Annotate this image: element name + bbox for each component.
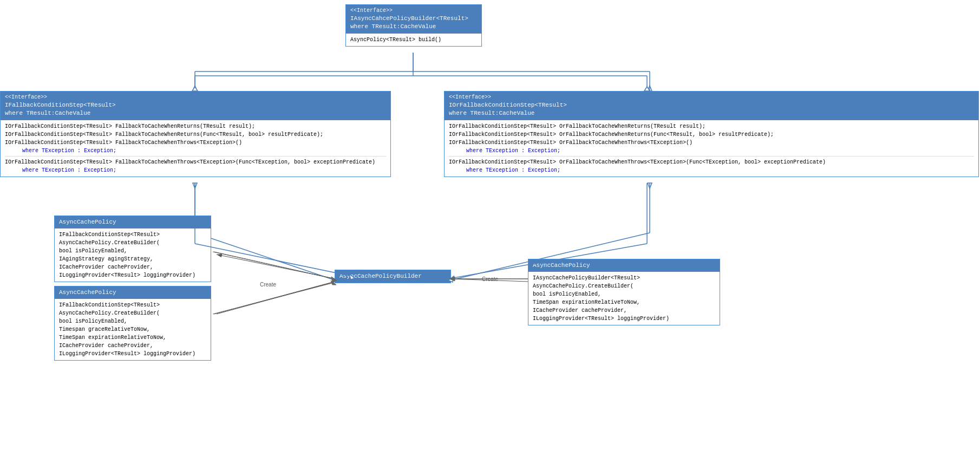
svg-marker-9 xyxy=(193,183,197,188)
interface-right-header: <<Interface>> IOrFallbackConditionStep<T… xyxy=(445,92,978,120)
svg-line-13 xyxy=(217,254,336,279)
interface-top-name: IAsyncCahcePolicyBuilder<TResult> xyxy=(350,15,477,23)
svg-line-33 xyxy=(213,252,334,279)
interface-top-method-0: AsyncPolicy<TResult> build() xyxy=(350,36,477,44)
interface-right-name: IOrFallbackConditionStep<TResult> xyxy=(449,101,974,109)
create-label-right: Create xyxy=(482,276,498,282)
async-cache-policy-left-bottom-box: AsyncCachePolicy IFallbackConditionStep<… xyxy=(54,286,211,361)
interface-left-body: IOrFallbackConditionStep<TResult> Fallba… xyxy=(1,120,390,177)
async-cache-policy-right-m2: bool isPolicyEnabled, xyxy=(533,290,715,298)
interface-top-constraint: where TResult:CacheValue xyxy=(350,23,477,31)
interface-left-name: IFallbackConditionStep<TResult> xyxy=(5,101,386,109)
svg-marker-26 xyxy=(644,87,650,91)
svg-line-16 xyxy=(214,252,335,279)
async-cache-policy-left-bottom-m3: Timespan graceRelativeToNow, xyxy=(59,325,206,334)
async-cache-policy-right-m4: ICacheProvider cacheProvider, xyxy=(533,306,715,315)
interface-right-method-2: IOrFallbackConditionStep<TResult> OrFall… xyxy=(449,139,974,147)
async-cache-policy-right-m0: IAsyncCachePolicyBuilder<TResult> xyxy=(533,274,715,282)
interface-right-method-1: IOrFallbackConditionStep<TResult> OrFall… xyxy=(449,130,974,139)
async-cache-policy-left-top-header: AsyncCachePolicy xyxy=(55,216,211,228)
create-label-left: Create xyxy=(260,282,276,288)
async-cache-policy-right-box: AsyncCachePolicy IAsyncCachePolicyBuilde… xyxy=(528,259,720,325)
async-cache-policy-builder-name: AsyncCachePolicyBuilder xyxy=(339,272,446,280)
async-cache-policy-left-bottom-m0: IFallbackConditionStep<TResult> xyxy=(59,301,206,309)
interface-top-box: <<Interface>> IAsyncCahcePolicyBuilder<T… xyxy=(345,4,482,47)
svg-marker-23 xyxy=(192,87,198,91)
interface-left-method-0: IOrFallbackConditionStep<TResult> Fallba… xyxy=(5,122,386,130)
interface-right-stereotype: <<Interface>> xyxy=(449,94,974,101)
interface-left-method-4: IOrFallbackConditionStep<TResult> Fallba… xyxy=(5,158,386,166)
interface-top-stereotype: <<Interface>> xyxy=(350,7,477,15)
async-cache-policy-right-header: AsyncCachePolicy xyxy=(528,259,720,272)
svg-marker-3 xyxy=(193,86,197,91)
async-cache-policy-right-m1: AsyncCachePolicy.CreateBuilder( xyxy=(533,282,715,290)
async-cache-policy-right-m3: TimeSpan expirationRelativeToNow, xyxy=(533,298,715,306)
interface-right-method-5: where TException : Exception; xyxy=(449,166,974,174)
interface-left-method-5: where TException : Exception; xyxy=(5,166,386,174)
async-cache-policy-right-m5: ILoggingProvider<TResult> loggingProvide… xyxy=(533,315,715,323)
interface-right-constraint: where TResult:CacheValue xyxy=(449,109,974,117)
async-cache-policy-builder-header: AsyncCachePolicyBuilder xyxy=(335,270,450,283)
async-cache-policy-left-bottom-m1: AsyncCachePolicy.CreateBuilder( xyxy=(59,309,206,317)
async-cache-policy-left-bottom-m2: bool isPolicyEnabled, xyxy=(59,317,206,325)
async-cache-policy-left-top-body: IFallbackConditionStep<TResult> AsyncCac… xyxy=(55,228,211,282)
async-cache-policy-left-bottom-header: AsyncCachePolicy xyxy=(55,286,211,299)
svg-marker-12 xyxy=(648,183,652,188)
interface-left-stereotype: <<Interface>> xyxy=(5,94,386,101)
interface-right-body: IOrFallbackConditionStep<TResult> OrFall… xyxy=(445,120,978,177)
interface-left-method-3: where TException : Exception; xyxy=(5,147,386,155)
async-cache-policy-left-bottom-m5: ICacheProvider cacheProvider, xyxy=(59,342,206,350)
async-cache-policy-left-bottom-m4: TimeSpan expirationRelativeToNow, xyxy=(59,334,206,342)
async-cache-policy-left-bottom-name: AsyncCachePolicy xyxy=(59,289,206,297)
interface-left-box: <<Interface>> IFallbackConditionStep<TRe… xyxy=(0,91,391,177)
async-cache-policy-left-top-m3: IAgingStrategy agingStrategy, xyxy=(59,255,206,263)
async-cache-policy-left-top-m5: ILoggingProvider<TResult> loggingProvide… xyxy=(59,271,206,279)
diagram-container: <<Interface>> IAsyncCahcePolicyBuilder<T… xyxy=(0,0,980,457)
interface-left-method-1: IOrFallbackConditionStep<TResult> Fallba… xyxy=(5,130,386,139)
async-cache-policy-builder-box: AsyncCachePolicyBuilder xyxy=(335,270,451,283)
interface-left-header: <<Interface>> IFallbackConditionStep<TRe… xyxy=(1,92,390,120)
interface-top-header: <<Interface>> IAsyncCahcePolicyBuilder<T… xyxy=(346,5,481,34)
interface-right-method-3: where TException : Exception; xyxy=(449,147,974,155)
async-cache-policy-left-top-m2: bool isPolicyEnabled, xyxy=(59,247,206,255)
async-cache-policy-left-bottom-body: IFallbackConditionStep<TResult> AsyncCac… xyxy=(55,299,211,360)
interface-left-constraint: where TResult:CacheValue xyxy=(5,109,386,117)
svg-marker-6 xyxy=(648,86,652,91)
interface-right-box: <<Interface>> IOrFallbackConditionStep<T… xyxy=(444,91,979,177)
async-cache-policy-left-bottom-m6: ILoggingProvider<TResult> loggingProvide… xyxy=(59,350,206,358)
interface-right-method-4: IOrFallbackConditionStep<TResult> OrFall… xyxy=(449,158,974,166)
async-cache-policy-left-top-m1: AsyncCachePolicy.CreateBuilder( xyxy=(59,239,206,247)
svg-line-8 xyxy=(195,233,336,280)
interface-left-method-2: IOrFallbackConditionStep<TResult> Fallba… xyxy=(5,139,386,147)
async-cache-policy-left-top-m0: IFallbackConditionStep<TResult> xyxy=(59,231,206,239)
async-cache-policy-left-top-m4: ICacheProvider cacheProvider, xyxy=(59,263,206,271)
async-cache-policy-left-top-name: AsyncCachePolicy xyxy=(59,218,206,226)
svg-line-28 xyxy=(195,244,352,276)
async-cache-policy-right-name: AsyncCachePolicy xyxy=(533,262,715,270)
interface-right-method-0: IOrFallbackConditionStep<TResult> OrFall… xyxy=(449,122,974,130)
async-cache-policy-left-top-box: AsyncCachePolicy IFallbackConditionStep<… xyxy=(54,216,211,282)
interface-top-body: AsyncPolicy<TResult> build() xyxy=(346,34,481,46)
async-cache-policy-right-body: IAsyncCachePolicyBuilder<TResult> AsyncC… xyxy=(528,272,720,325)
